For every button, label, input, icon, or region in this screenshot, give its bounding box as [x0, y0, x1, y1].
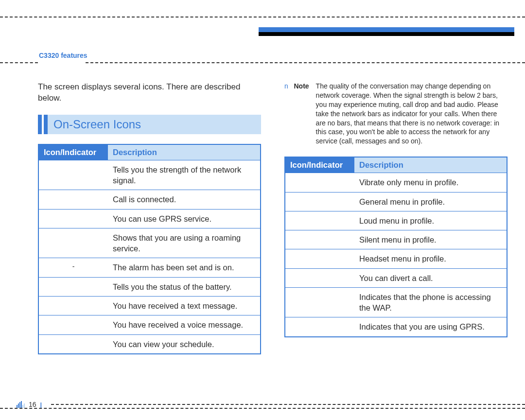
table-row: -The alarm has been set and is on. [38, 258, 261, 277]
desc-cell: The alarm has been set and is on. [108, 258, 261, 277]
icon-cell [38, 297, 108, 315]
table-row: Silent menu in profile. [285, 230, 507, 249]
table-row: Loud menu in profile. [285, 211, 507, 230]
table-row: You can view your schedule. [38, 334, 261, 354]
crop-mark-bottom [0, 408, 525, 409]
header-blue-bar [259, 27, 514, 32]
table-header-icon: Icon/Indicator [285, 157, 354, 173]
desc-cell: You can divert a call. [354, 268, 507, 287]
right-column: n Note The quality of the conversation m… [284, 82, 508, 401]
table-body-right: Vibrate only menu in profile.General men… [285, 173, 507, 337]
icon-cell [285, 173, 354, 192]
desc-cell: Tells you the status of the battery. [108, 277, 261, 296]
desc-cell: You have received a voice message. [108, 315, 261, 334]
icon-cell [38, 315, 108, 334]
icon-cell [285, 268, 354, 287]
section-title: On-Screen Icons [48, 115, 261, 134]
note-block: n Note The quality of the conversation m… [284, 82, 508, 146]
table-row: Indicates that you are using GPRS. [285, 317, 507, 337]
desc-cell: You can use GPRS service. [108, 209, 261, 228]
icon-cell [285, 211, 354, 230]
table-row: You can divert a call. [285, 268, 507, 287]
icon-cell [38, 190, 108, 209]
table-row: You have received a text message. [38, 297, 261, 315]
table-header-desc: Description [354, 157, 507, 173]
icon-cell [285, 230, 354, 249]
heading-accent-dark [44, 115, 48, 134]
table-header-icon: Icon/Indicator [38, 144, 108, 160]
footer-pipe-icon: | [40, 401, 42, 408]
desc-cell: Headset menu in profile. [354, 249, 507, 268]
header-black-bar [259, 32, 514, 36]
icons-table-right: Icon/Indicator Description Vibrate only … [284, 157, 508, 337]
page-footer: 16 | [17, 401, 42, 408]
note-marker: n Note [284, 82, 309, 146]
table-row: You can use GPRS service. [38, 209, 261, 228]
table-body-left: Tells you the strength of the network si… [38, 160, 261, 353]
note-body: The quality of the conversation may chan… [316, 82, 508, 146]
table-row: Call is connected. [38, 190, 261, 209]
table-row: Headset menu in profile. [285, 249, 507, 268]
note-label: Note [294, 82, 309, 90]
table-row: Vibrate only menu in profile. [285, 173, 507, 192]
desc-cell: You have received a text message. [108, 297, 261, 315]
icon-cell [38, 277, 108, 296]
footer-dashed-rule [51, 404, 525, 405]
desc-cell: Vibrate only menu in profile. [354, 173, 507, 192]
table-row: Tells you the strength of the network si… [38, 160, 261, 190]
table-row: Tells you the status of the battery. [38, 277, 261, 296]
desc-cell: Indicates that the phone is accessing th… [354, 287, 507, 317]
desc-cell: General menu in profile. [354, 192, 507, 211]
table-row: Indicates that the phone is accessing th… [285, 287, 507, 317]
icon-cell [38, 160, 108, 190]
heading-accent-dark [38, 115, 42, 134]
table-row: General menu in profile. [285, 192, 507, 211]
page-body: The screen displays several icons. There… [38, 82, 508, 401]
desc-cell: Shows that you are using a roaming servi… [108, 228, 261, 258]
icon-cell [285, 317, 354, 337]
product-header: C3320 features [39, 52, 88, 59]
icon-cell [38, 228, 108, 258]
section-heading: On-Screen Icons [38, 115, 261, 134]
signal-bars-icon [17, 401, 25, 408]
desc-cell: You can view your schedule. [108, 334, 261, 354]
note-bullet: n [284, 82, 288, 90]
table-row: Shows that you are using a roaming servi… [38, 228, 261, 258]
table-row: You have received a voice message. [38, 315, 261, 334]
table-header-desc: Description [108, 144, 261, 160]
desc-cell: Tells you the strength of the network si… [108, 160, 261, 190]
icon-cell [285, 287, 354, 317]
left-column: The screen displays several icons. There… [38, 82, 261, 401]
icon-cell [38, 209, 108, 228]
icons-table-left: Icon/Indicator Description Tells you the… [38, 144, 261, 354]
desc-cell: Silent menu in profile. [354, 230, 507, 249]
icon-cell [38, 334, 108, 354]
crop-mark-top [0, 17, 525, 18]
desc-cell: Indicates that you are using GPRS. [354, 317, 507, 337]
desc-cell: Call is connected. [108, 190, 261, 209]
icon-cell: - [38, 258, 108, 277]
icon-cell [285, 249, 354, 268]
desc-cell: Loud menu in profile. [354, 211, 507, 230]
icon-cell [285, 192, 354, 211]
page-number: 16 [29, 401, 36, 408]
intro-text: The screen displays several icons. There… [38, 82, 261, 104]
